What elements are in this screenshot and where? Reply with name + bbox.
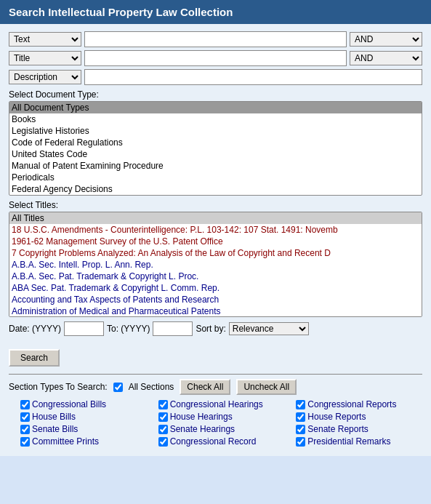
search-button[interactable]: Search (9, 349, 60, 367)
list-item: House Hearings (158, 412, 285, 422)
list-item: Senate Reports (296, 424, 422, 434)
sort-select[interactable]: RelevanceDateTitle (229, 322, 309, 335)
list-item: Congressional Bills (20, 399, 147, 409)
checkbox-senate-reports[interactable] (296, 425, 305, 434)
uncheck-all-button[interactable]: Uncheck All (236, 379, 297, 395)
checkbox-congressional-bills[interactable] (20, 400, 30, 409)
label-house-hearings: House Hearings (170, 412, 233, 422)
sections-grid: Congressional Bills House Bills Senate B… (9, 399, 422, 449)
section-types-label: Section Types To Search: (9, 382, 108, 392)
check-all-button[interactable]: Check All (180, 379, 230, 395)
checkbox-presidential-remarks[interactable] (296, 437, 305, 447)
search-row-3: TextTitleDescriptionAuthorSubject (9, 69, 422, 85)
list-item: Presidential Remarks (296, 436, 422, 447)
label-congressional-reports: Congressional Reports (307, 399, 396, 409)
list-item: Congressional Record (158, 436, 285, 447)
operator-select-2[interactable]: ANDORNOT (350, 51, 422, 65)
search-input-1[interactable] (84, 31, 347, 47)
sort-by-label: Sort by: (196, 324, 225, 334)
list-item: Committee Prints (20, 436, 147, 447)
section-types-header: Section Types To Search: All Sections Ch… (9, 379, 422, 395)
label-senate-reports: Senate Reports (307, 424, 368, 434)
list-item: House Bills (20, 412, 147, 422)
operator-select-1[interactable]: ANDORNOT (350, 32, 422, 47)
titles-label: Select Titles: (9, 200, 422, 210)
sections-col-2: Congressional Hearings House Hearings Se… (147, 399, 285, 449)
field-select-2[interactable]: TextTitleDescriptionAuthorSubject (9, 51, 81, 65)
checkbox-house-reports[interactable] (296, 412, 305, 422)
list-item: Senate Bills (20, 424, 147, 434)
list-item: Congressional Hearings (158, 399, 285, 409)
list-item: House Reports (296, 412, 422, 422)
checkbox-congressional-reports[interactable] (296, 400, 305, 409)
checkbox-senate-hearings[interactable] (158, 425, 168, 434)
doc-type-label: Select Document Type: (9, 89, 422, 100)
date-to-input[interactable] (153, 321, 193, 336)
label-house-bills: House Bills (32, 412, 76, 422)
sections-col-1: Congressional Bills House Bills Senate B… (9, 399, 147, 449)
all-sections-checkbox[interactable] (113, 383, 123, 392)
label-committee-prints: Committee Prints (32, 436, 99, 447)
header: Search Intellectual Property Law Collect… (0, 0, 431, 24)
label-congressional-hearings: Congressional Hearings (170, 399, 263, 409)
doc-type-listbox[interactable]: All Document Types Books Legislative His… (9, 101, 422, 196)
checkbox-committee-prints[interactable] (20, 437, 30, 447)
search-input-3[interactable] (84, 69, 422, 85)
checkbox-congressional-hearings[interactable] (158, 400, 168, 409)
label-house-reports: House Reports (307, 412, 366, 422)
date-from-label: Date: (YYYY) (9, 324, 61, 334)
field-select-1[interactable]: TextTitleDescriptionAuthorSubject (9, 32, 81, 47)
search-input-2[interactable] (84, 50, 347, 66)
label-senate-bills: Senate Bills (32, 424, 78, 434)
checkbox-congressional-record[interactable] (158, 437, 168, 447)
list-item: Senate Hearings (158, 424, 285, 434)
label-congressional-bills: Congressional Bills (32, 399, 106, 409)
page-title: Search Intellectual Property Law Collect… (9, 6, 233, 18)
search-row-2: TextTitleDescriptionAuthorSubject ANDORN… (9, 50, 422, 66)
date-sort-row: Date: (YYYY) To: (YYYY) Sort by: Relevan… (9, 321, 422, 336)
search-row-1: TextTitleDescriptionAuthorSubject ANDORN… (9, 31, 422, 47)
date-from-input[interactable] (64, 321, 104, 336)
label-senate-hearings: Senate Hearings (170, 424, 235, 434)
checkbox-house-bills[interactable] (20, 412, 30, 422)
label-congressional-record: Congressional Record (170, 436, 257, 447)
list-item: Congressional Reports (296, 399, 422, 409)
label-presidential-remarks: Presidential Remarks (307, 436, 390, 447)
date-to-label: To: (YYYY) (107, 324, 150, 334)
all-sections-label: All Sections (129, 382, 174, 392)
checkbox-senate-bills[interactable] (20, 425, 30, 434)
divider (9, 374, 422, 375)
field-select-3[interactable]: TextTitleDescriptionAuthorSubject (9, 70, 81, 84)
checkbox-house-hearings[interactable] (158, 412, 168, 422)
sections-col-3: Congressional Reports House Reports Sena… (284, 399, 422, 449)
titles-listbox[interactable]: All Titles 18 U.S.C. Amendments - Counte… (9, 212, 422, 317)
